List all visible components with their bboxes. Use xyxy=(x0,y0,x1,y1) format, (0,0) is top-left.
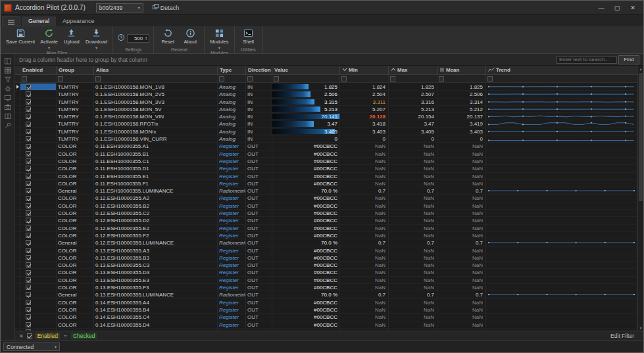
max-cell[interactable]: NaN xyxy=(389,225,437,231)
auto-filter-cell-group[interactable] xyxy=(57,75,94,82)
table-row[interactable]: COLOR0.14.ESH10000355.B4RegisterOUT#00CB… xyxy=(15,306,637,314)
table-row[interactable]: General0.11.ESH10000355.LUMINANCERadiome… xyxy=(15,187,637,195)
trend-cell[interactable] xyxy=(486,135,637,142)
type-cell[interactable]: Analog xyxy=(218,120,246,127)
auto-filter-cell-min[interactable] xyxy=(340,75,389,82)
direction-cell[interactable]: IN xyxy=(246,106,272,112)
trend-cell[interactable] xyxy=(486,151,637,157)
table-row[interactable]: COLOR0.11.ESH10000355.E1RegisterOUT#00CB… xyxy=(15,173,637,180)
alias-cell[interactable]: 0.11.ESH10000355.LUMINANCE xyxy=(94,187,218,194)
enabled-cell[interactable] xyxy=(20,113,57,120)
max-cell[interactable]: NaN xyxy=(389,269,437,275)
trend-cell[interactable] xyxy=(486,269,637,275)
table-row[interactable]: COLOR0.13.ESH10000355.D3RegisterOUT#00CB… xyxy=(15,269,637,276)
download-button[interactable]: Download▾ xyxy=(83,27,110,50)
enabled-checkbox[interactable] xyxy=(26,158,31,164)
max-cell[interactable]: 3.47 xyxy=(389,120,437,127)
alias-cell[interactable]: 0.12.ESH10000355.A2 xyxy=(94,195,218,201)
group-cell[interactable]: COLOR xyxy=(57,299,94,306)
trend-cell[interactable] xyxy=(486,314,637,320)
enabled-cell[interactable] xyxy=(20,187,57,194)
group-cell[interactable]: General xyxy=(57,239,94,246)
group-by-bar[interactable]: Drag a column header here to group by th… xyxy=(15,54,643,66)
value-cell[interactable]: #00CBCC xyxy=(272,151,340,157)
alias-cell[interactable]: 0.11.ESH10000355.E1 xyxy=(94,173,218,179)
direction-cell[interactable]: OUT xyxy=(246,262,272,268)
min-cell[interactable]: NaN xyxy=(340,247,389,254)
mean-cell[interactable]: NaN xyxy=(437,314,486,320)
column-header-min[interactable]: Min xyxy=(340,66,389,74)
enabled-cell[interactable] xyxy=(20,195,57,201)
enabled-checkbox[interactable] xyxy=(26,91,31,97)
enabled-cell[interactable] xyxy=(20,202,57,209)
enabled-checkbox[interactable] xyxy=(26,166,31,171)
enabled-checkbox[interactable] xyxy=(26,255,31,260)
value-cell[interactable]: #00CBCC xyxy=(272,269,340,275)
mean-cell[interactable]: NaN xyxy=(437,277,486,283)
enabled-checkbox[interactable] xyxy=(26,106,31,112)
alias-cell[interactable]: 0.1.ESH10000158.MON_1V8 xyxy=(94,83,218,90)
table-row[interactable]: COLOR0.12.ESH10000355.D2RegisterOUT#00CB… xyxy=(15,217,637,224)
alias-cell[interactable]: 0.14.ESH10000355.A4 xyxy=(94,299,218,306)
mean-cell[interactable]: 0.7 xyxy=(437,187,486,194)
trend-cell[interactable] xyxy=(486,225,637,231)
save-current-button[interactable]: Save Current xyxy=(3,27,37,45)
type-cell[interactable]: Register xyxy=(218,314,246,320)
value-cell[interactable]: #00CBCC xyxy=(272,314,340,320)
mean-cell[interactable]: NaN xyxy=(437,232,486,239)
max-cell[interactable]: 3.316 xyxy=(389,99,437,105)
max-cell[interactable]: 3.405 xyxy=(389,128,437,135)
max-cell[interactable]: NaN xyxy=(389,210,437,216)
mean-cell[interactable]: NaN xyxy=(437,262,486,268)
min-cell[interactable]: NaN xyxy=(340,306,389,313)
min-cell[interactable]: 20.128 xyxy=(340,113,389,120)
alias-cell[interactable]: 0.13.ESH10000355.LUMINANCE xyxy=(94,291,218,298)
table-auto-filter-row[interactable] xyxy=(15,75,643,83)
enabled-cell[interactable] xyxy=(20,128,57,135)
trend-cell[interactable] xyxy=(486,299,637,306)
value-cell[interactable]: 70.0 % xyxy=(272,239,340,246)
max-cell[interactable]: 0.7 xyxy=(389,187,437,194)
table-row[interactable]: TLMTRY0.1.ESH10000158.MON_2V5AnalogIN2.5… xyxy=(15,91,637,98)
direction-cell[interactable]: OUT xyxy=(246,277,272,283)
modules-button[interactable]: Modules▾ xyxy=(207,27,231,50)
type-cell[interactable]: Analog xyxy=(218,99,246,105)
direction-cell[interactable]: IN xyxy=(246,135,272,142)
min-cell[interactable]: NaN xyxy=(340,210,389,216)
direction-cell[interactable]: IN xyxy=(246,99,272,105)
direction-cell[interactable]: IN xyxy=(246,83,272,90)
type-cell[interactable]: Analog xyxy=(218,128,246,135)
maximize-button[interactable]: ▢ xyxy=(610,3,624,12)
value-cell[interactable]: #00CBCC xyxy=(272,158,340,164)
trend-cell[interactable] xyxy=(486,210,637,216)
type-cell[interactable]: Register xyxy=(218,321,246,328)
max-cell[interactable]: NaN xyxy=(389,314,437,320)
max-cell[interactable]: NaN xyxy=(389,321,437,328)
enabled-cell[interactable] xyxy=(20,99,57,105)
pin-tool-button[interactable] xyxy=(2,122,14,130)
auto-filter-cell-alias[interactable] xyxy=(94,75,218,82)
alias-cell[interactable]: 0.11.ESH10000355.C1 xyxy=(94,158,218,164)
max-cell[interactable]: NaN xyxy=(389,180,437,187)
edit-filter-button[interactable]: Edit Filter xyxy=(610,333,634,339)
max-cell[interactable]: NaN xyxy=(389,202,437,209)
min-cell[interactable]: NaN xyxy=(340,321,389,328)
max-cell[interactable]: NaN xyxy=(389,299,437,306)
max-cell[interactable]: NaN xyxy=(389,143,437,149)
enabled-cell[interactable] xyxy=(20,232,57,239)
min-cell[interactable]: NaN xyxy=(340,232,389,239)
alias-cell[interactable]: 0.14.ESH10000355.D4 xyxy=(94,321,218,328)
direction-cell[interactable]: OUT xyxy=(246,269,272,275)
auto-filter-cell-direction[interactable] xyxy=(246,75,272,82)
group-cell[interactable]: TLMTRY xyxy=(57,91,94,97)
alias-cell[interactable]: 0.1.ESH10000158.MON_2V5 xyxy=(94,91,218,97)
table-row[interactable]: TLMTRY0.1.ESH10000158.MON_VINAnalogIN20.… xyxy=(15,113,637,120)
enabled-cell[interactable] xyxy=(20,143,57,149)
max-cell[interactable]: NaN xyxy=(389,158,437,164)
type-cell[interactable]: Register xyxy=(218,151,246,157)
table-row[interactable]: COLOR0.13.ESH10000355.C3RegisterOUT#00CB… xyxy=(15,262,637,269)
filter-token-value[interactable]: Checked xyxy=(71,333,97,339)
direction-cell[interactable]: OUT xyxy=(246,239,272,246)
column-header-alias[interactable]: Alias xyxy=(94,66,218,74)
enabled-checkbox[interactable] xyxy=(26,270,31,275)
